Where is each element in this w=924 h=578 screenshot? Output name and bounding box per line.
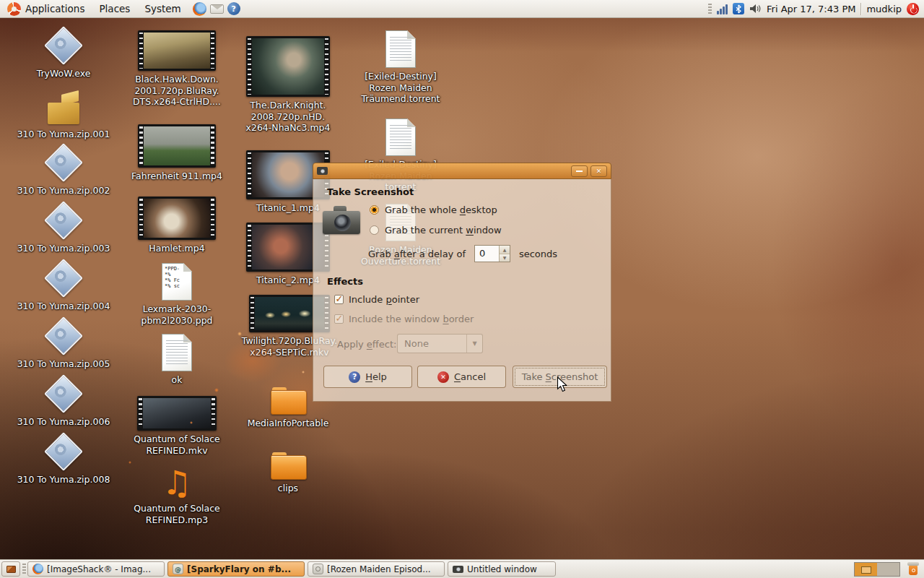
delay-suffix-label: seconds	[519, 249, 557, 259]
radio-selected-icon[interactable]	[370, 205, 379, 215]
workspace-1[interactable]	[855, 563, 877, 576]
taskbar-window-label: Untitled window	[467, 564, 537, 574]
places-menu[interactable]: Places	[92, 0, 137, 18]
network-signal-icon[interactable]	[717, 4, 728, 14]
grab-whole-desktop-option[interactable]: Grab the whole desktop	[370, 204, 497, 215]
desktop-icon[interactable]: 310 To Yuma.zip.005	[9, 316, 118, 370]
trash-icon[interactable]	[906, 562, 920, 577]
delay-row: Grab after a delay of 0 ▲ ▼ seconds	[368, 245, 557, 262]
taskbar-window-button[interactable]: [ImageShack® - Imag...	[27, 561, 165, 577]
taskbar-window-button[interactable]: @[SparkyFlary on #b...	[167, 561, 305, 577]
desktop-icon[interactable]: [Exiled-Destiny]Rozen MaidenTräumend.tor…	[346, 30, 455, 105]
applications-menu[interactable]: Applications	[0, 0, 92, 18]
taskbar-window-button[interactable]: [Rozen Maiden Episod...	[308, 561, 445, 577]
apply-effect-label: Apply effect:	[337, 339, 396, 350]
delay-spinbox[interactable]: 0 ▲ ▼	[474, 245, 510, 262]
volume-icon[interactable]	[749, 4, 762, 14]
desktop-icon-label: clips	[234, 483, 342, 494]
take-screenshot-button-label: Take Screenshot	[522, 371, 598, 382]
close-button[interactable]: ✕	[590, 165, 607, 177]
desktop-icon[interactable]: 310 To Yuma.zip.008	[9, 432, 118, 486]
desktop-icon[interactable]: 310 To Yuma.zip.002	[9, 143, 118, 197]
video-thumbnail-icon	[246, 36, 330, 97]
bluetooth-icon[interactable]	[733, 3, 744, 14]
archive-diamond-icon	[44, 432, 83, 471]
archive-diamond-icon	[44, 259, 83, 298]
grab-current-window-option[interactable]: Grab the current window	[370, 225, 502, 236]
archive-diamond-icon	[44, 26, 83, 65]
desktop-icon[interactable]: 310 To Yuma.zip.004	[9, 259, 118, 312]
cancel-button[interactable]: ✕ Cancel	[417, 366, 506, 388]
taskbar-window-label: [SparkyFlary on #b...	[187, 564, 291, 574]
take-screenshot-dialog: ✕ Take Screenshot Grab the whole desktop…	[313, 163, 611, 402]
delay-label: Grab after a delay of	[368, 249, 466, 259]
video-thumbnail-icon	[138, 30, 216, 71]
help-icon: ?	[349, 371, 360, 383]
desktop-icon[interactable]: *PPD-*%*% Fc*% scLexmark-2030-pbm2l2030.…	[123, 263, 231, 326]
desktop-icon[interactable]: TryWoW.exe	[9, 26, 118, 79]
workspace-switcher[interactable]	[854, 562, 900, 577]
include-pointer-option[interactable]: Include pointer	[334, 294, 419, 305]
taskbar-window-button[interactable]: Untitled window	[448, 561, 556, 577]
power-icon[interactable]	[907, 3, 919, 15]
system-menu[interactable]: System	[137, 0, 188, 18]
checkbox-checked-icon[interactable]	[334, 295, 344, 304]
show-desktop-icon	[6, 566, 16, 573]
panel-grip-handle[interactable]	[708, 4, 712, 14]
archive-diamond-icon	[44, 374, 83, 413]
help-launcher-icon[interactable]: ?	[227, 2, 240, 15]
desktop-icon[interactable]: 310 To Yuma.zip.006	[9, 374, 118, 428]
firefox-launcher-icon[interactable]	[193, 2, 206, 16]
desktop-icon-label: The.Dark.Knight.2008.720p.nHD.x264-NhaNc…	[234, 100, 342, 134]
desktop-icon[interactable]: Fahrenheit 911.mp4	[123, 124, 231, 182]
radio-unselected-icon[interactable]	[370, 225, 379, 235]
desktop-icon-label: 310 To Yuma.zip.008	[9, 474, 118, 486]
desktop-icon[interactable]: The.Dark.Knight.2008.720p.nHD.x264-NhaNc…	[234, 36, 342, 134]
dialog-titlebar[interactable]: ✕	[313, 163, 611, 179]
panel-divider	[860, 3, 861, 15]
desktop-icon-label: 310 To Yuma.zip.006	[9, 416, 118, 428]
grab-current-window-label: Grab the current window	[385, 225, 502, 236]
desktop-icon-label: 310 To Yuma.zip.004	[9, 301, 118, 312]
desktop-icon[interactable]: Quantum of SolaceREFINED.mkv	[123, 396, 231, 456]
desktop-icon-label: MediaInfoPortable	[234, 418, 342, 429]
effect-dropdown: None ▼	[397, 334, 483, 353]
desktop-icon[interactable]: 310 To Yuma.zip.003	[9, 201, 118, 254]
desktop-icon[interactable]: ok	[123, 334, 231, 386]
show-desktop-button[interactable]	[1, 561, 20, 577]
username-label[interactable]: mudkip	[866, 4, 902, 14]
package-box-icon	[45, 92, 82, 126]
video-thumbnail-icon	[138, 197, 216, 240]
text-document-icon	[385, 30, 416, 68]
mail-launcher-icon[interactable]	[210, 4, 224, 14]
workspace-2[interactable]	[877, 563, 899, 576]
folder-icon	[271, 387, 305, 415]
video-thumbnail-icon	[138, 124, 216, 168]
desktop-icon[interactable]: ♫Quantum of SolaceREFINED.mp3	[123, 465, 231, 525]
cancel-icon: ✕	[437, 371, 449, 383]
minimize-button[interactable]	[571, 165, 588, 177]
desktop-icon[interactable]: Black.Hawk.Down.2001.720p.BluRay.DTS.x26…	[123, 30, 231, 108]
media-icon	[313, 564, 323, 574]
desktop-icon-label: 310 To Yuma.zip.001	[9, 129, 118, 140]
delay-value[interactable]: 0	[475, 246, 499, 262]
desktop-icon-label: 310 To Yuma.zip.005	[9, 358, 118, 370]
desktop-icon[interactable]: Hamlet.mp4	[123, 197, 231, 254]
text-document-icon	[385, 118, 416, 156]
effect-dropdown-value: None	[398, 338, 466, 349]
archive-diamond-icon	[44, 201, 83, 240]
clock[interactable]: Fri Apr 17, 7:43 PM	[767, 4, 855, 14]
take-screenshot-button[interactable]: Take Screenshot	[513, 366, 607, 388]
desktop-icon[interactable]: clips	[234, 451, 342, 494]
dialog-heading: Take Screenshot	[327, 186, 414, 197]
places-menu-label: Places	[99, 3, 130, 14]
spin-up-icon[interactable]: ▲	[500, 246, 510, 254]
desktop-icon[interactable]: 310 To Yuma.zip.001	[9, 92, 118, 140]
music-note-icon: ♫	[162, 465, 191, 500]
spin-down-icon[interactable]: ▼	[500, 254, 510, 262]
include-border-option: Include the window border	[334, 314, 474, 324]
desktop-icon-label: 310 To Yuma.zip.003	[9, 243, 118, 254]
help-button[interactable]: ? Help	[323, 366, 412, 388]
camera-icon	[453, 564, 463, 574]
camera-illustration-icon	[323, 205, 360, 236]
